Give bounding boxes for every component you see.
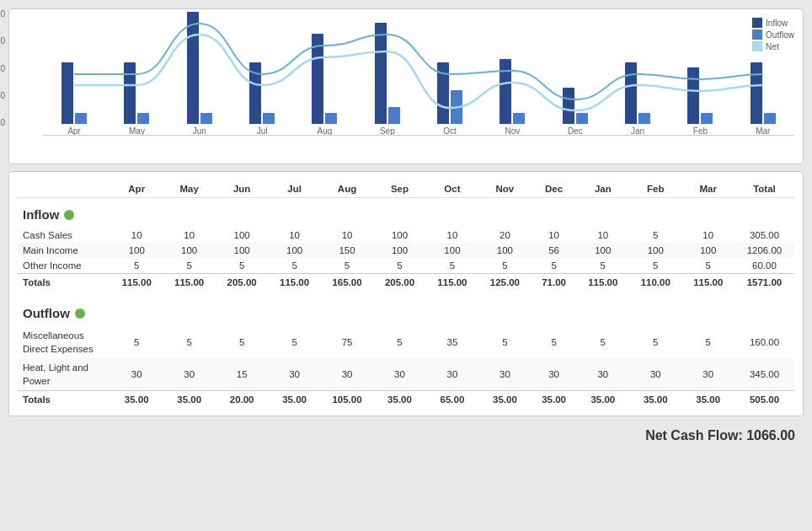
month-group-dec: Dec bbox=[544, 88, 606, 136]
col-jun: Jun bbox=[216, 180, 268, 198]
table-header-row: Apr May Jun Jul Aug Sep Oct Nov Dec Jan … bbox=[18, 180, 794, 198]
bar-outflow-jul bbox=[263, 113, 275, 124]
net-cash-label: Net Cash Flow: bbox=[645, 428, 743, 442]
col-jan: Jan bbox=[577, 180, 629, 198]
month-group-jan: Jan bbox=[606, 62, 669, 136]
col-feb: Feb bbox=[629, 180, 681, 198]
bar-inflow-may bbox=[124, 62, 136, 124]
month-group-sep: Sep bbox=[356, 23, 419, 136]
month-group-may: May bbox=[105, 62, 168, 136]
table-row: Miscellaneous Direct Expenses55557553555… bbox=[18, 326, 794, 358]
month-group-oct: Oct bbox=[419, 62, 481, 136]
chart-legend: Inflow Outflow Net bbox=[752, 18, 794, 53]
month-group-mar: Mar bbox=[732, 62, 794, 136]
col-dec: Dec bbox=[532, 180, 577, 198]
outflow-section-header: Outflow bbox=[18, 297, 794, 326]
bar-inflow-jul bbox=[249, 62, 261, 124]
totals-row: Totals35.0035.0020.0035.00105.0035.0065.… bbox=[18, 391, 794, 408]
table-row: Heat, Light and Power3030153030303030303… bbox=[18, 358, 794, 391]
bar-inflow-feb bbox=[687, 67, 699, 124]
y-axis: 210 160 110 60 10 bbox=[0, 9, 5, 127]
bar-inflow-nov bbox=[499, 59, 511, 124]
legend-inflow-label: Inflow bbox=[766, 19, 788, 28]
bar-outflow-apr bbox=[75, 113, 87, 124]
month-group-apr: Apr bbox=[43, 62, 105, 136]
data-table: Apr May Jun Jul Aug Sep Oct Nov Dec Jan … bbox=[8, 171, 804, 416]
table-row: Main Income10010010010015010010010056100… bbox=[18, 243, 794, 258]
bar-outflow-oct bbox=[451, 90, 462, 124]
bar-inflow-sep bbox=[375, 23, 387, 124]
bar-inflow-jan bbox=[625, 62, 637, 124]
col-mar: Mar bbox=[682, 180, 735, 198]
bar-outflow-mar bbox=[764, 113, 776, 124]
month-group-jul: Jul bbox=[231, 62, 293, 136]
inflow-label: Inflow bbox=[23, 207, 59, 222]
net-cash-flow: Net Cash Flow: 1066.00 bbox=[8, 423, 804, 448]
net-cash-value: 1066.00 bbox=[746, 428, 795, 442]
legend-net-label: Net bbox=[766, 42, 779, 51]
bar-outflow-feb bbox=[701, 113, 713, 124]
bar-inflow-apr bbox=[61, 62, 73, 124]
outflow-label: Outflow bbox=[23, 306, 70, 320]
col-sep: Sep bbox=[373, 180, 425, 198]
bar-inflow-jun bbox=[187, 12, 199, 124]
month-group-feb: Feb bbox=[669, 67, 731, 136]
chart-container: 210 160 110 60 10 AprMayJunJulAugSepOctN… bbox=[8, 8, 804, 164]
col-aug: Aug bbox=[321, 180, 373, 198]
bar-outflow-aug bbox=[325, 113, 337, 124]
bar-outflow-jan bbox=[638, 113, 650, 124]
col-nov: Nov bbox=[478, 180, 531, 198]
totals-row: Totals115.00115.00205.00115.00165.00205.… bbox=[18, 274, 794, 291]
month-group-jun: Jun bbox=[168, 12, 231, 136]
col-total: Total bbox=[735, 180, 794, 198]
inflow-section-header: Inflow bbox=[18, 198, 794, 228]
bar-outflow-may bbox=[137, 113, 149, 124]
legend-outflow-label: Outflow bbox=[766, 30, 794, 40]
month-group-nov: Nov bbox=[481, 59, 543, 136]
col-jul: Jul bbox=[268, 180, 320, 198]
outflow-dot bbox=[75, 308, 85, 319]
col-may: May bbox=[163, 180, 215, 198]
bar-outflow-jun bbox=[200, 113, 212, 124]
bar-outflow-nov bbox=[513, 113, 525, 124]
bar-inflow-aug bbox=[312, 34, 323, 124]
bar-outflow-sep bbox=[388, 107, 400, 124]
table-row: Cash Sales1010100101010010201010510305.0… bbox=[18, 228, 794, 243]
bar-inflow-dec bbox=[563, 88, 574, 124]
col-apr: Apr bbox=[110, 180, 163, 198]
month-group-aug: Aug bbox=[293, 34, 355, 136]
bars-area: AprMayJunJulAugSepOctNovDecJanFebMar bbox=[43, 18, 794, 136]
bar-inflow-oct bbox=[437, 62, 449, 124]
inflow-dot bbox=[64, 210, 74, 220]
table-row: Other Income55555555555560.00 bbox=[18, 258, 794, 274]
col-oct: Oct bbox=[426, 180, 478, 198]
bar-outflow-dec bbox=[576, 113, 588, 124]
spacer-row bbox=[18, 290, 794, 297]
bar-inflow-mar bbox=[751, 62, 762, 124]
